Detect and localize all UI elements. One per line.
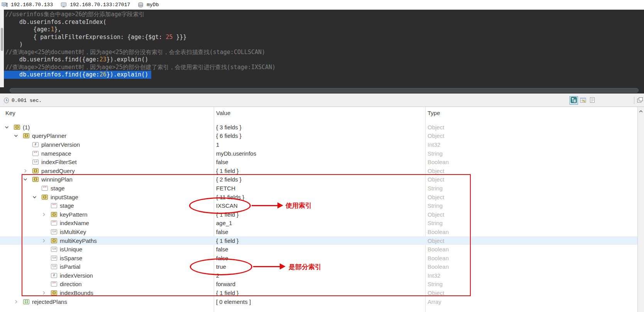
tree-row[interactable]: “”stageIXSCANString [0,201,637,210]
chevron-down-icon[interactable] [32,195,42,199]
code-line[interactable]: {age:1}, [5,26,644,34]
editor-left-scroll-thumb[interactable] [1,28,3,51]
tree-row[interactable]: #plannerVersion1Int32 [0,140,637,149]
object-type-icon: {} [23,133,29,138]
chevron-right-icon[interactable] [23,169,32,173]
tree-view-button[interactable] [570,96,578,105]
selected-code-line[interactable]: db.userinfos.find({age:26}).explain() [4,71,151,79]
tree-value: { 11 fields } [216,194,244,200]
breadcrumb-item-server[interactable]: 192.168.70.133 [2,2,53,8]
tree-type: Object [428,168,444,174]
string-type-icon: “” [51,220,57,226]
editor-lines: //userinfos集合中age>26的部分添加age字段索引 db.user… [5,11,644,79]
text-view-button[interactable] [588,96,597,105]
tree-row[interactable]: “”stageFETCHString [0,184,637,193]
tree-value: false [216,229,228,235]
column-header-value: Value [216,110,230,116]
tree-value: { 3 fields } [216,124,242,131]
tree-row[interactable]: T/FisPartialtrueBoolean [0,263,637,271]
tree-row[interactable]: {}indexBounds{ 1 field }Object [0,288,637,297]
expand-view-button[interactable] [636,96,644,105]
chevron-right-icon[interactable] [14,300,23,304]
tree-row[interactable]: T/FisSparsefalseBoolean [0,254,637,263]
tree-row[interactable]: T/FisUniquefalseBoolean [0,245,637,254]
tree-type: String [428,220,443,226]
tree-type: String [428,185,443,192]
tree-value: { 1 field } [216,211,238,218]
tree-type: Object [428,237,444,244]
tree-type: Array [428,298,441,305]
breadcrumb-server-label: 192.168.70.133 [11,2,53,8]
code-segment: ) [5,41,23,48]
tree-value: IXSCAN [216,202,238,209]
tree-type: String [428,281,443,287]
tree-row[interactable]: T/FindexFilterSetfalseBoolean [0,158,637,166]
tree-row[interactable]: {}parsedQuery{ 1 field }Object [0,166,637,175]
code-line[interactable]: ) [5,41,644,49]
toolbar-divider [634,97,634,104]
array-type-icon: [] [23,299,29,304]
tree-row[interactable]: {}keyPattern{ 1 field }Object [0,210,637,219]
tree-vertical-scrollbar[interactable] [637,107,644,312]
code-line[interactable]: { partialFilterExpression: {age:{$gt: 25… [5,34,644,41]
code-line[interactable]: //查询age>25的document时，因为age>25的部分创建了索引，会使… [5,64,644,71]
object-type-icon: {} [32,168,39,173]
code-segment: }).explain() [106,56,148,63]
tree-row[interactable]: {}(1){ 3 fields }Object [0,123,637,132]
tree-value: { 1 field } [216,237,238,244]
code-line[interactable]: db.userinfos.find({age:23}).explain() [5,56,644,64]
tree-value: forward [216,281,235,287]
tree-row[interactable]: “”directionforwardString [0,280,637,289]
tree-row[interactable]: {}winningPlan{ 2 fields }Object [0,175,637,184]
tree-key: queryPlanner [32,132,66,139]
chevron-down-icon[interactable] [5,125,14,129]
code-segment: {age: [5,26,51,33]
tree-row[interactable]: []rejectedPlans[ 0 elements ]Array [0,297,637,306]
tree-row[interactable]: {}queryPlanner{ 6 fields }Object [0,132,637,141]
tree-key: namespace [41,150,71,157]
breadcrumb-item-connection[interactable]: 192.168.70.133:27017 [61,2,130,8]
tree-value: FETCH [216,185,235,192]
shell-editor[interactable]: //userinfos集合中age>26的部分添加age字段索引 db.user… [0,10,644,93]
tree-row[interactable]: {}multiKeyPaths{ 1 field }Object [0,236,637,245]
tree-key: (1) [23,124,30,131]
tree-rows: {}(1){ 3 fields }Object{}queryPlanner{ 6… [0,123,637,306]
tree-row[interactable]: {}inputStage{ 11 fields }Object [0,193,637,202]
chevron-down-icon[interactable] [23,177,32,181]
code-line[interactable]: db.userinfos.createIndex( [5,19,644,26]
code-segment: db.userinfos.find({age: [5,71,100,78]
column-header-key: Key [5,110,15,116]
tree-row[interactable]: T/FisMultiKeyfalseBoolean [0,227,637,236]
tree-row[interactable]: “”namespacemyDb.userinfosString [0,149,637,158]
tree-key: inputStage [51,194,78,200]
boolean-type-icon: T/F [51,229,57,234]
code-line[interactable]: db.userinfos.find({age:26}).explain() [5,71,644,79]
code-line[interactable]: //userinfos集合中age>26的部分添加age字段索引 [5,11,644,19]
tree-key: stage [51,185,65,192]
tree-key: indexName [60,220,89,226]
breadcrumb-item-database[interactable]: myDb [138,2,159,8]
code-line[interactable]: //查询age<25的document时，因为age<25的部分没有索引，会全表… [5,49,644,56]
chevron-right-icon[interactable] [42,239,51,243]
chevron-down-icon[interactable] [14,134,23,138]
tree-row[interactable]: #indexVersion2Int32 [0,271,637,280]
chevron-right-icon[interactable] [42,291,51,295]
editor-horizontal-scrollbar[interactable] [0,87,644,93]
database-icon [138,2,144,8]
tree-type: Object [428,290,444,296]
string-type-icon: “” [51,281,57,287]
chevron-right-icon[interactable] [42,212,51,217]
editor-left-scrollbar[interactable] [0,10,4,87]
object-type-icon: {} [14,125,20,130]
tree-key: multiKeyPaths [60,237,97,244]
table-view-button[interactable] [579,96,587,105]
editor-horizontal-scroll-thumb[interactable] [10,88,639,93]
scroll-up-button[interactable] [638,107,644,114]
string-type-icon: “” [32,151,39,156]
breadcrumb-database-label: myDb [147,2,159,8]
tree-type: Int32 [428,272,440,279]
computer-icon [2,2,8,8]
chevron-up-icon [639,107,643,114]
monitor-icon [61,2,67,8]
tree-row[interactable]: “”indexNameage_1String [0,219,637,228]
